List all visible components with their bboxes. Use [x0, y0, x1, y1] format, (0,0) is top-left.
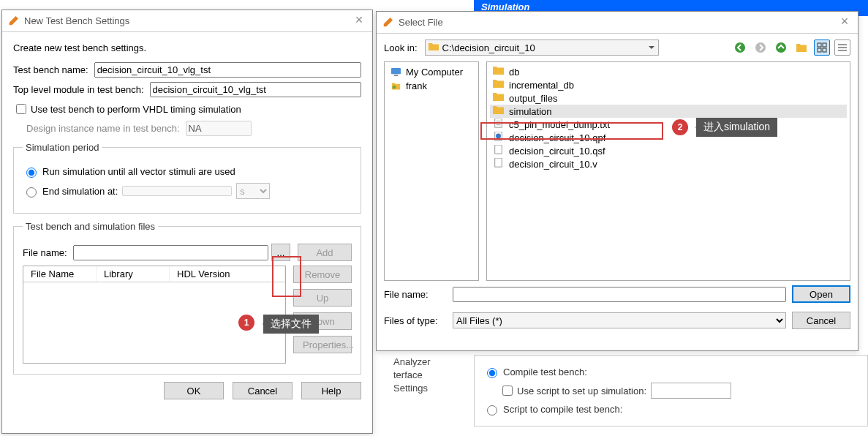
- file-item-label: simulation: [509, 106, 552, 117]
- sf-filetype-select[interactable]: All Files (*): [453, 312, 786, 328]
- help-button[interactable]: Help: [301, 382, 361, 399]
- folder-icon: [429, 42, 439, 53]
- filename-input[interactable]: [73, 245, 268, 260]
- bg-side-text: terface: [393, 369, 465, 382]
- svg-rect-3: [818, 43, 821, 47]
- svg-rect-10: [391, 68, 401, 74]
- file-list[interactable]: dbincremental_dboutput_filessimulationc5…: [486, 61, 850, 281]
- vhdl-timing-checkbox[interactable]: [16, 104, 26, 114]
- annotation-tip-1: 选择文件: [263, 315, 319, 334]
- places-item[interactable]: frank: [388, 79, 475, 93]
- bg-side-text: Settings: [393, 382, 465, 395]
- simulation-period-group: Simulation period Run simulation until a…: [13, 142, 361, 214]
- compile-tb-radio[interactable]: [487, 368, 497, 378]
- back-icon[interactable]: [732, 40, 748, 56]
- use-script-label: Use script to set up simulation:: [517, 386, 646, 396]
- file-list-item[interactable]: decision_circuit_10.qpf: [490, 131, 847, 144]
- up-button: Up: [293, 289, 352, 307]
- folder-icon: [493, 66, 504, 78]
- bg-side-text: Analyzer: [393, 356, 465, 369]
- svg-rect-20: [495, 158, 502, 167]
- file-icon: [493, 158, 504, 170]
- svg-rect-6: [823, 48, 826, 52]
- tb-name-label: Test bench name:: [13, 64, 88, 75]
- folder-icon: [493, 105, 504, 117]
- folder-icon: [493, 79, 504, 91]
- select-file-dialog: Select File × Look in: C:\decision_circu…: [376, 11, 858, 351]
- tb-files-group: Test bench and simulation files File nam…: [13, 221, 361, 375]
- instance-name-label: Design instance name in test bench:: [26, 123, 180, 134]
- svg-point-0: [735, 42, 745, 53]
- file-icon: [493, 145, 504, 157]
- up-icon[interactable]: [773, 40, 789, 56]
- end-sim-value-input: [122, 186, 232, 196]
- list-view-icon[interactable]: [834, 40, 850, 56]
- bg-side-fragment: Analyzer terface Settings: [389, 351, 469, 399]
- sf-filename-input[interactable]: [453, 287, 786, 302]
- lookin-combo[interactable]: C:\decision_circuit_10: [425, 40, 659, 56]
- col-filename: File Name: [23, 266, 97, 282]
- browse-button[interactable]: ...: [271, 244, 290, 261]
- ok-button[interactable]: OK: [164, 382, 224, 399]
- places-sidebar: My Computerfrank: [384, 61, 479, 281]
- file-list-item[interactable]: output_files: [490, 91, 847, 105]
- file-icon: [493, 132, 504, 143]
- pencil-icon: [382, 18, 393, 28]
- file-item-label: c5_pin_model_dump.txt: [509, 119, 610, 130]
- run-until-radio[interactable]: [26, 168, 37, 178]
- cancel-button[interactable]: Cancel: [233, 382, 293, 399]
- file-item-label: decision_circuit_10.qsf: [509, 146, 605, 157]
- svg-rect-5: [818, 48, 821, 52]
- svg-point-18: [496, 134, 501, 139]
- open-button[interactable]: Open: [792, 285, 850, 303]
- sf-filetype-label: Files of type:: [384, 315, 447, 326]
- intro-text: Create new test bench settings.: [13, 42, 361, 53]
- dialog-title: Select File: [399, 17, 443, 28]
- file-list-item[interactable]: decision_circuit_10.v: [490, 157, 847, 170]
- places-item-label: My Computer: [406, 67, 463, 78]
- file-list-item[interactable]: incremental_db: [490, 78, 847, 91]
- file-item-label: output_files: [509, 93, 558, 104]
- file-list-item[interactable]: c5_pin_model_dump.txt: [490, 118, 847, 131]
- end-sim-unit-select: s: [236, 183, 270, 199]
- svg-rect-11: [394, 75, 399, 76]
- top-module-input[interactable]: [150, 82, 362, 97]
- filename-label: File name:: [23, 247, 67, 258]
- file-item-label: decision_circuit_10.qpf: [509, 132, 605, 143]
- file-list-item[interactable]: db: [490, 65, 847, 78]
- svg-point-12: [393, 86, 396, 89]
- svg-rect-19: [495, 145, 502, 154]
- svg-point-2: [776, 42, 786, 53]
- add-button: Add: [298, 244, 352, 261]
- dialog-titlebar: Select File ×: [377, 12, 858, 34]
- sf-filename-label: File name:: [384, 289, 447, 300]
- forward-icon[interactable]: [752, 40, 769, 56]
- file-item-label: incremental_db: [509, 80, 574, 91]
- tb-files-legend: Test bench and simulation files: [23, 221, 158, 232]
- places-item[interactable]: My Computer: [388, 65, 475, 79]
- use-script-field[interactable]: [651, 383, 731, 399]
- sf-cancel-button[interactable]: Cancel: [792, 312, 850, 329]
- new-folder-icon[interactable]: [793, 40, 809, 56]
- bg-compile-panel: Compile test bench: Use script to set up…: [474, 355, 868, 426]
- places-item-label: frank: [406, 80, 427, 91]
- vhdl-timing-label: Use test bench to perform VHDL timing si…: [31, 104, 241, 115]
- lookin-path: C:\decision_circuit_10: [442, 42, 535, 53]
- annotation-badge-2: 2: [672, 119, 688, 135]
- file-list-item[interactable]: simulation: [490, 105, 847, 118]
- file-item-label: decision_circuit_10.v: [509, 159, 597, 170]
- lookin-label: Look in:: [384, 42, 418, 53]
- sim-period-legend: Simulation period: [23, 142, 102, 153]
- top-module-label: Top level module in test bench:: [13, 84, 144, 95]
- use-script-checkbox[interactable]: [502, 386, 513, 396]
- dialog-title: New Test Bench Settings: [24, 15, 129, 26]
- tb-name-input[interactable]: [94, 62, 361, 78]
- script-compile-radio[interactable]: [487, 405, 497, 416]
- close-icon[interactable]: ×: [836, 13, 853, 31]
- close-icon[interactable]: ×: [350, 12, 368, 29]
- end-sim-radio[interactable]: [26, 187, 37, 198]
- icons-view-icon[interactable]: [814, 40, 830, 56]
- dialog-titlebar: New Test Bench Settings ×: [2, 10, 372, 32]
- file-list-item[interactable]: decision_circuit_10.qsf: [490, 144, 847, 157]
- properties-button: Properties...: [293, 336, 352, 353]
